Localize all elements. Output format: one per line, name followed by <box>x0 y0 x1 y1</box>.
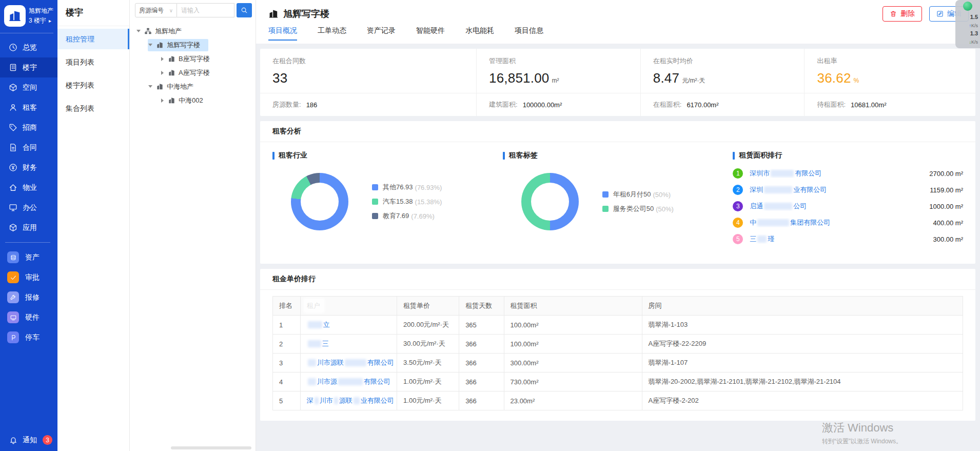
legend-percent: (50%) <box>653 191 671 199</box>
cell-days: 366 <box>459 354 504 372</box>
delete-button[interactable]: 删除 <box>883 6 922 22</box>
cell-tenant-link[interactable]: 深川市源联业有限公司 <box>300 391 397 410</box>
tree-node-旭辉地产[interactable]: 旭辉地产 <box>130 24 256 38</box>
sidebar-item-label: 租客 <box>23 103 37 112</box>
stat-sub-label: 房源数量: <box>272 100 301 109</box>
filter-type-select[interactable]: 房源编号 ∨ <box>135 3 177 17</box>
caret-right-icon[interactable] <box>160 99 165 103</box>
rank-badge: 4 <box>733 218 743 228</box>
search-input[interactable]: 请输入 <box>177 3 234 17</box>
sidebar-app-停车[interactable]: 停车 <box>0 327 57 347</box>
legend-item: 服务类公司50 (50%) <box>602 204 674 213</box>
cell-tenant-link[interactable]: 川市源联有限公司 <box>300 354 397 372</box>
tenant-link[interactable]: 启通公司 <box>750 202 807 211</box>
tab-智能硬件[interactable]: 智能硬件 <box>416 26 445 41</box>
submenu-item-租控管理[interactable]: 租控管理 <box>57 29 129 49</box>
sidebar-app-资产[interactable]: 资产 <box>0 247 57 267</box>
tab-项目概况[interactable]: 项目概况 <box>268 26 297 41</box>
sidebar-app-硬件[interactable]: 硬件 <box>0 307 57 327</box>
sidebar-item-label: 总览 <box>23 43 37 52</box>
submenu-item-项目列表[interactable]: 项目列表 <box>57 52 129 72</box>
rank-badge: 5 <box>733 234 743 244</box>
project-icon <box>168 55 175 63</box>
stat-管理面积: 管理面积16,851.00m² <box>477 49 641 93</box>
stat-value: 36.62 <box>817 70 851 86</box>
net-speed-widget[interactable]: 1.5 ↑K/s 1.3 ↓K/s <box>955 0 980 48</box>
legend-item: 教育7.69 (7.69%) <box>372 211 442 221</box>
submenu-item-集合列表[interactable]: 集合列表 <box>57 98 129 119</box>
redacted-text <box>338 378 363 385</box>
tree-node-中海002[interactable]: 中海002 <box>130 93 256 107</box>
sidebar-item-招商[interactable]: 招商 <box>0 117 57 138</box>
sidebar-item-notifications[interactable]: 通知 3 <box>0 435 57 445</box>
cell-tenant-link[interactable]: 三 <box>300 335 397 354</box>
assistive-ball-icon <box>963 2 972 11</box>
tree-horizontal-scrollbar[interactable] <box>171 446 251 449</box>
cell-price: 200.00元/m²·天 <box>397 316 459 335</box>
tenant-link[interactable]: 深圳市有限公司 <box>750 169 821 178</box>
tab-资产记录[interactable]: 资产记录 <box>367 26 396 41</box>
caret-right-icon[interactable] <box>160 71 165 75</box>
stat-label: 在租合同数 <box>272 56 464 66</box>
org-switcher[interactable]: 旭辉地产 3 楼宇 ▸ <box>0 0 57 32</box>
sidebar-item-财务[interactable]: 财务 <box>0 158 57 178</box>
sidebar-item-应用[interactable]: 应用 <box>0 218 57 238</box>
cell-days: 366 <box>459 391 504 410</box>
caret-right-icon[interactable] <box>160 57 165 61</box>
cell-days: 366 <box>459 335 504 354</box>
legend-label: 服务类公司50 <box>613 204 654 213</box>
sidebar-item-办公[interactable]: 办公 <box>0 198 57 218</box>
tab-项目信息[interactable]: 项目信息 <box>515 26 543 41</box>
sidebar-item-总览[interactable]: 总览 <box>0 37 57 57</box>
tab-工单动态[interactable]: 工单动态 <box>318 26 346 41</box>
building-icon <box>9 63 17 72</box>
tenant-tags-chart: 租客标签 年租6月付50 (50%)服务类公司50 (50%) <box>503 151 733 250</box>
sidebar-app-报修[interactable]: 报修 <box>0 287 57 307</box>
legend-label: 教育7.69 <box>383 211 409 221</box>
stat-sub-label: 建筑面积: <box>489 100 518 109</box>
trash-icon <box>890 10 897 17</box>
tenant-link[interactable]: 三瑾 <box>750 234 774 244</box>
cell-tenant-link[interactable]: 立 <box>300 316 397 335</box>
cell-price: 1.00元/m²·天 <box>397 391 459 410</box>
property-icon <box>9 183 17 192</box>
table-row: 5深川市源联业有限公司1.00元/m²·天36623.00m²A座写字楼-2-2… <box>273 391 963 410</box>
caret-down-icon[interactable] <box>136 30 141 32</box>
sidebar-app-审批[interactable]: 审批 <box>0 267 57 287</box>
tree-node-旭辉写字楼[interactable]: 旭辉写字楼 <box>130 38 256 52</box>
sidebar-app-label: 硬件 <box>25 313 40 322</box>
rent-ranking-card: 租金单价排行 排名租户租赁单价租赁天数租赁面积房间 1立200.00元/m²·天… <box>260 269 975 421</box>
org-sub-label: 3 楼宇 <box>29 16 46 26</box>
area-ranking: 租赁面积排行 1深圳市有限公司2700.00 m²2深圳业有限公司1159.00… <box>733 151 963 250</box>
chevron-right-icon: ▸ <box>49 17 51 25</box>
ranking-area-value: 1159.00 m² <box>925 186 963 194</box>
redacted-text <box>308 321 322 328</box>
submenu-item-楼宇列表[interactable]: 楼宇列表 <box>57 75 129 95</box>
sidebar-item-空间[interactable]: 空间 <box>0 77 57 97</box>
sidebar-divider <box>5 242 50 243</box>
stat-unit: m² <box>552 77 559 84</box>
sidebar-item-合同[interactable]: 合同 <box>0 138 57 158</box>
project-tree-panel: 房源编号 ∨ 请输入 旭辉地产旭辉写字楼B座写字楼A座写字楼中海地产中海002 <box>130 0 256 451</box>
tree-node-中海地产[interactable]: 中海地产 <box>130 80 256 93</box>
sidebar-item-楼宇[interactable]: 楼宇 <box>0 57 57 77</box>
org-icon <box>144 27 152 35</box>
sidebar-item-租客[interactable]: 租客 <box>0 97 57 117</box>
tenant-link[interactable]: 深圳业有限公司 <box>750 185 827 194</box>
rank-badge: 3 <box>733 201 743 211</box>
sidebar-app-label: 资产 <box>25 253 40 262</box>
stat-sub-label: 待租面积: <box>817 100 846 109</box>
tenant-link[interactable]: 中集团有限公司 <box>750 218 830 227</box>
tab-水电能耗[interactable]: 水电能耗 <box>465 26 494 41</box>
caret-down-icon[interactable] <box>148 85 153 88</box>
ranking-row: 5三瑾300.00 m² <box>733 234 963 244</box>
ranking-row: 2深圳业有限公司1159.00 m² <box>733 185 963 195</box>
search-button[interactable] <box>237 3 252 17</box>
tree-node-A座写字楼[interactable]: A座写字楼 <box>130 66 256 80</box>
overview-icon <box>9 43 17 52</box>
cell-rank: 4 <box>273 372 301 391</box>
cell-tenant-link[interactable]: 川市源有限公司 <box>300 372 397 391</box>
tree-node-B座写字楼[interactable]: B座写字楼 <box>130 52 256 66</box>
caret-down-icon[interactable] <box>148 44 153 46</box>
sidebar-item-物业[interactable]: 物业 <box>0 178 57 198</box>
